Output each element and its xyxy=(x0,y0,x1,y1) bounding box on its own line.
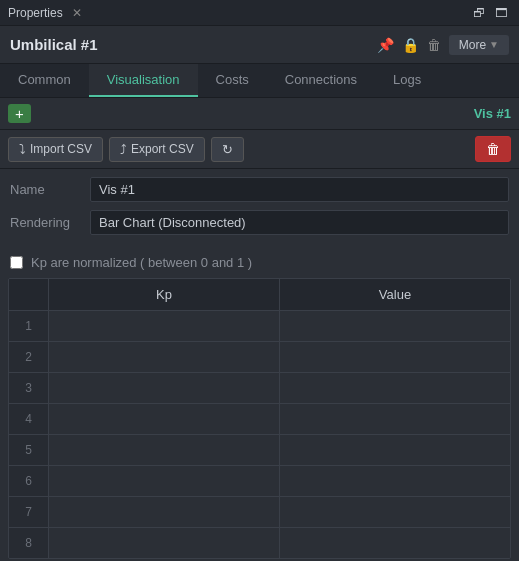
table-cell-value xyxy=(280,404,510,434)
lock-icon[interactable]: 🔒 xyxy=(402,37,419,53)
table-cell-index: 7 xyxy=(9,497,49,527)
tab-bar: Common Visualisation Costs Connections L… xyxy=(0,64,519,98)
table-cell-value xyxy=(280,435,510,465)
table-cell-kp xyxy=(49,528,280,558)
app-title: Umbilical #1 xyxy=(10,36,98,53)
table-cell-index: 3 xyxy=(9,373,49,403)
export-icon: ⤴ xyxy=(120,142,127,157)
table-row: 2 xyxy=(9,342,510,373)
table-col-index-header xyxy=(9,279,49,310)
vis-name: Vis #1 xyxy=(474,106,511,121)
app-header: Umbilical #1 📌 🔒 🗑 More ▼ xyxy=(0,26,519,64)
rendering-label: Rendering xyxy=(10,215,90,230)
export-csv-button[interactable]: ⤴ Export CSV xyxy=(109,137,205,162)
table-cell-value xyxy=(280,373,510,403)
vis-toolbar-left: + xyxy=(8,104,31,123)
action-bar: ⤵ Import CSV ⤴ Export CSV ↻ 🗑 xyxy=(0,130,519,169)
table-cell-kp xyxy=(49,435,280,465)
delete-icon: 🗑 xyxy=(486,141,500,157)
header-icons: 📌 🔒 🗑 More ▼ xyxy=(377,35,509,55)
share-icon: ↻ xyxy=(222,142,233,157)
table-cell-value xyxy=(280,342,510,372)
table-row: 7 xyxy=(9,497,510,528)
title-bar: Properties ✕ 🗗 🗖 xyxy=(0,0,519,26)
title-bar-left: Properties ✕ xyxy=(8,6,85,20)
table-cell-value xyxy=(280,466,510,496)
export-csv-label: Export CSV xyxy=(131,142,194,156)
normalize-checkbox[interactable] xyxy=(10,256,23,269)
tab-connections[interactable]: Connections xyxy=(267,64,375,97)
table-cell-value xyxy=(280,311,510,341)
title-bar-right: 🗗 🗖 xyxy=(469,4,511,22)
table-cell-kp xyxy=(49,404,280,434)
chevron-down-icon: ▼ xyxy=(489,39,499,50)
tab-common[interactable]: Common xyxy=(0,64,89,97)
name-row: Name xyxy=(10,177,509,202)
table-row: 5 xyxy=(9,435,510,466)
table-row: 1 xyxy=(9,311,510,342)
table-cell-index: 4 xyxy=(9,404,49,434)
more-label: More xyxy=(459,38,486,52)
checkbox-row: Kp are normalized ( between 0 and 1 ) xyxy=(0,251,519,278)
name-label: Name xyxy=(10,182,90,197)
delete-button[interactable]: 🗑 xyxy=(475,136,511,162)
tab-costs[interactable]: Costs xyxy=(198,64,267,97)
share-button[interactable]: ↻ xyxy=(211,137,244,162)
pin-icon[interactable]: 📌 xyxy=(377,37,394,53)
maximize-button[interactable]: 🗖 xyxy=(491,4,511,22)
table-cell-index: 5 xyxy=(9,435,49,465)
rendering-select[interactable]: Bar Chart (Disconnected) Bar Chart (Conn… xyxy=(90,210,509,235)
data-table: Kp Value 1 2 3 4 5 6 7 xyxy=(8,278,511,559)
import-icon: ⤵ xyxy=(19,142,26,157)
rendering-row: Rendering Bar Chart (Disconnected) Bar C… xyxy=(10,210,509,235)
table-row: 8 xyxy=(9,528,510,558)
table-cell-value xyxy=(280,497,510,527)
name-input[interactable] xyxy=(90,177,509,202)
table-body: 1 2 3 4 5 6 7 8 xyxy=(9,311,510,558)
import-csv-button[interactable]: ⤵ Import CSV xyxy=(8,137,103,162)
table-cell-kp xyxy=(49,311,280,341)
close-icon[interactable]: ✕ xyxy=(69,6,85,20)
table-cell-kp xyxy=(49,373,280,403)
table-cell-index: 6 xyxy=(9,466,49,496)
minimize-button[interactable]: 🗗 xyxy=(469,4,489,22)
table-cell-index: 2 xyxy=(9,342,49,372)
table-col-kp-header: Kp xyxy=(49,279,280,310)
table-cell-kp xyxy=(49,466,280,496)
table-col-value-header: Value xyxy=(280,279,510,310)
table-cell-index: 1 xyxy=(9,311,49,341)
table-row: 4 xyxy=(9,404,510,435)
trash-icon[interactable]: 🗑 xyxy=(427,37,441,53)
normalize-label: Kp are normalized ( between 0 and 1 ) xyxy=(31,255,252,270)
more-button[interactable]: More ▼ xyxy=(449,35,509,55)
tab-visualisation[interactable]: Visualisation xyxy=(89,64,198,97)
table-cell-kp xyxy=(49,342,280,372)
vis-toolbar: + Vis #1 xyxy=(0,98,519,130)
title-bar-title: Properties xyxy=(8,6,63,20)
table-cell-index: 8 xyxy=(9,528,49,558)
table-header: Kp Value xyxy=(9,279,510,311)
tab-logs[interactable]: Logs xyxy=(375,64,439,97)
table-cell-kp xyxy=(49,497,280,527)
table-cell-value xyxy=(280,528,510,558)
table-row: 6 xyxy=(9,466,510,497)
form-section: Name Rendering Bar Chart (Disconnected) … xyxy=(0,169,519,251)
add-vis-button[interactable]: + xyxy=(8,104,31,123)
import-csv-label: Import CSV xyxy=(30,142,92,156)
table-row: 3 xyxy=(9,373,510,404)
